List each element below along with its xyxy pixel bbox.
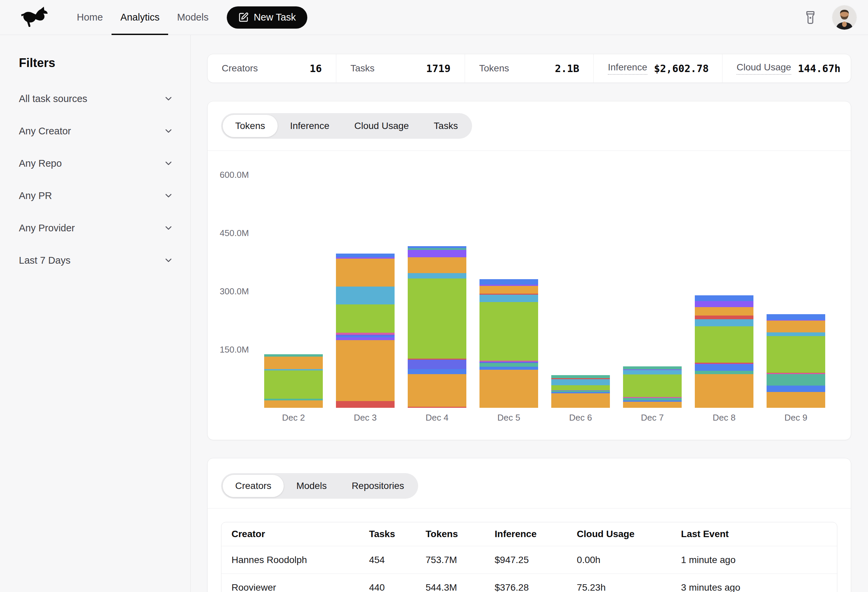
bar-segment-orange[interactable]	[264, 356, 323, 369]
bar-segment-green[interactable]	[480, 302, 538, 361]
y-tick-label: 300.0M	[220, 286, 249, 297]
nav-analytics[interactable]: Analytics	[112, 0, 168, 35]
bar-segment-cyan[interactable]	[551, 379, 610, 385]
stacked-bar-dec-3[interactable]	[336, 253, 394, 408]
stacked-bar-dec-6[interactable]	[551, 375, 610, 408]
chart-tab-tasks[interactable]: Tasks	[421, 115, 470, 137]
bar-segment-blue[interactable]	[408, 369, 466, 374]
filter-repo[interactable]: Any Repo	[19, 156, 174, 170]
table-tab-models[interactable]: Models	[284, 475, 339, 497]
bar-segment-green[interactable]	[264, 370, 323, 399]
filter-provider[interactable]: Any Provider	[19, 221, 174, 235]
bar-segment-teal[interactable]	[695, 371, 753, 374]
bar-segment-cyan[interactable]	[695, 319, 753, 326]
table-cell: 544.3M	[425, 582, 495, 592]
new-task-button[interactable]: New Task	[227, 6, 307, 29]
stacked-bar-dec-7[interactable]	[623, 367, 682, 408]
filter-task-sources[interactable]: All task sources	[19, 91, 174, 106]
bar-segment-red[interactable]	[336, 401, 394, 408]
bar-segment-orange[interactable]	[480, 286, 538, 294]
chart-tab-inference[interactable]: Inference	[278, 115, 342, 137]
bar-segment-orange[interactable]	[766, 321, 825, 332]
bar-segment-cyan[interactable]	[336, 287, 394, 305]
bar-segment-orange[interactable]	[264, 401, 323, 408]
chart-tab-tokens[interactable]: Tokens	[223, 115, 278, 137]
bar-segment-purple[interactable]	[408, 250, 466, 257]
flashlight-icon[interactable]	[803, 10, 818, 25]
bar-segment-cyan[interactable]	[480, 295, 538, 302]
bar-segment-blue[interactable]	[695, 295, 753, 301]
bar-segment-orange[interactable]	[408, 374, 466, 407]
bar-segment-teal[interactable]	[623, 398, 682, 401]
bar-segment-blue[interactable]	[480, 279, 538, 284]
bar-segment-teal[interactable]	[551, 375, 610, 378]
nav-home[interactable]: Home	[68, 0, 112, 35]
table-cell: 75.23h	[577, 582, 681, 592]
nav-models[interactable]: Models	[168, 0, 217, 35]
table-cell: 440	[369, 582, 425, 592]
bar-segment-blue[interactable]	[336, 253, 394, 258]
bar-segment-cyan[interactable]	[623, 370, 682, 375]
bar-segment-red[interactable]	[695, 315, 753, 320]
bar-segment-cyan[interactable]	[408, 273, 466, 278]
stacked-bar-dec-8[interactable]	[695, 295, 753, 408]
stacked-bar-dec-2[interactable]	[264, 354, 323, 408]
bar-segment-teal[interactable]	[480, 363, 538, 367]
bar-segment-red[interactable]	[408, 407, 466, 408]
column-header-inference[interactable]: Inference	[495, 529, 577, 539]
table-row[interactable]: Rooviewer440544.3M$376.2875.23h3 minutes…	[221, 573, 837, 592]
stacked-bar-dec-5[interactable]	[480, 279, 538, 408]
bar-segment-blue[interactable]	[766, 314, 825, 320]
stat-label[interactable]: Inference	[608, 62, 647, 75]
bar-segment-blue[interactable]	[480, 367, 538, 370]
bar-segment-orange[interactable]	[336, 340, 394, 401]
filters-title: Filters	[19, 56, 174, 70]
bar-segment-green[interactable]	[623, 374, 682, 397]
table-tab-creators[interactable]: Creators	[223, 475, 284, 497]
table-row[interactable]: Hannes Roodolph454753.7M$947.250.00h1 mi…	[221, 546, 837, 573]
chart-tab-cloud-usage[interactable]: Cloud Usage	[342, 115, 421, 137]
bar-segment-purple[interactable]	[695, 301, 753, 307]
bar-segment-orange[interactable]	[695, 374, 753, 408]
stat-tokens: Tokens 2.1B	[465, 54, 593, 82]
bar-segment-green[interactable]	[408, 278, 466, 359]
bar-segment-blue[interactable]	[695, 364, 753, 371]
bar-segment-orange[interactable]	[551, 393, 610, 408]
bar-segment-blue[interactable]	[766, 386, 825, 392]
table-tab-group: Creators Models Repositories	[221, 473, 418, 499]
bar-segment-orange[interactable]	[766, 392, 825, 408]
bar-segment-teal[interactable]	[264, 354, 323, 356]
filter-creator[interactable]: Any Creator	[19, 124, 174, 138]
main-content: Creators 16 Tasks 1719 Tokens 2.1B Infer…	[191, 35, 868, 592]
bar-segment-green[interactable]	[695, 326, 753, 363]
bar-segment-purple[interactable]	[336, 337, 394, 340]
bar-segment-teal[interactable]	[766, 374, 825, 386]
user-avatar[interactable]	[832, 5, 856, 29]
bar-segment-orange[interactable]	[336, 259, 394, 287]
bar-segment-orange[interactable]	[480, 370, 538, 408]
stat-value: 2.1B	[548, 63, 579, 74]
filter-label: Any Provider	[19, 222, 75, 234]
filter-pr[interactable]: Any PR	[19, 188, 174, 203]
column-header-tasks: Tasks	[369, 529, 425, 539]
filter-date-range[interactable]: Last 7 Days	[19, 253, 174, 267]
stacked-bar-dec-9[interactable]	[766, 314, 825, 408]
bar-segment-green[interactable]	[551, 385, 610, 390]
chevron-down-icon	[164, 126, 174, 136]
top-navbar: Home Analytics Models New Task	[0, 0, 868, 35]
table-cell: $376.28	[495, 582, 577, 592]
column-header-cloud-usage[interactable]: Cloud Usage	[577, 529, 681, 539]
bar-segment-orange[interactable]	[408, 257, 466, 273]
bar-segment-green[interactable]	[336, 305, 394, 333]
bar-segment-indigo[interactable]	[408, 360, 466, 369]
bar-segment-orange[interactable]	[623, 402, 682, 408]
bar-segment-green[interactable]	[766, 336, 825, 373]
table-tab-repositories[interactable]: Repositories	[339, 475, 417, 497]
stacked-bar-dec-4[interactable]	[408, 246, 466, 408]
bar-segment-orange[interactable]	[695, 307, 753, 315]
stat-label[interactable]: Cloud Usage	[737, 62, 791, 75]
table-cell: 1 minute ago	[681, 555, 827, 565]
kangaroo-logo-icon[interactable]	[20, 6, 51, 29]
bar-segment-teal[interactable]	[623, 367, 682, 370]
bar-segment-cyan[interactable]	[766, 332, 825, 336]
